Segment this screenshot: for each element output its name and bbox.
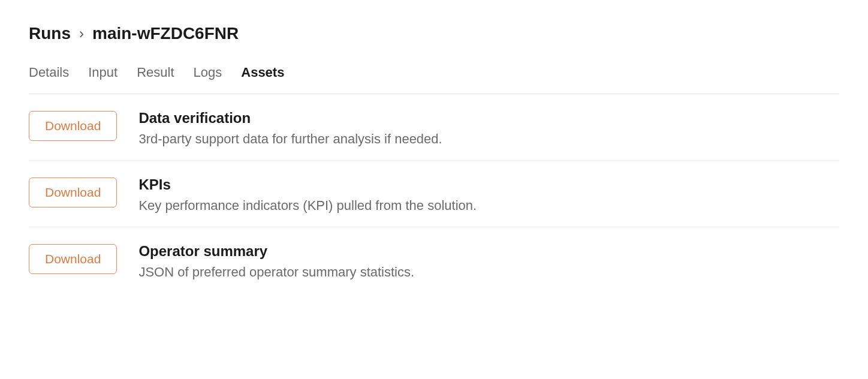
download-button[interactable]: Download	[29, 111, 117, 141]
asset-row: Download KPIs Key performance indicators…	[29, 161, 839, 227]
breadcrumb-root[interactable]: Runs	[29, 24, 71, 43]
tab-result[interactable]: Result	[137, 65, 174, 80]
asset-title: Operator summary	[138, 243, 414, 260]
asset-description: JSON of preferred operator summary stati…	[138, 264, 414, 280]
asset-text: KPIs Key performance indicators (KPI) pu…	[138, 176, 477, 213]
download-button[interactable]: Download	[29, 244, 117, 274]
tab-input[interactable]: Input	[88, 65, 117, 80]
asset-text: Data verification 3rd-party support data…	[138, 110, 442, 147]
breadcrumb-current: main-wFZDC6FNR	[92, 24, 239, 43]
assets-list: Download Data verification 3rd-party sup…	[29, 94, 839, 293]
asset-text: Operator summary JSON of preferred opera…	[138, 243, 414, 280]
download-button[interactable]: Download	[29, 178, 117, 207]
asset-description: Key performance indicators (KPI) pulled …	[138, 198, 477, 213]
tabs: Details Input Result Logs Assets	[29, 65, 839, 94]
breadcrumb: Runs › main-wFZDC6FNR	[29, 24, 839, 43]
tab-details[interactable]: Details	[29, 65, 69, 80]
asset-row: Download Operator summary JSON of prefer…	[29, 227, 839, 293]
asset-title: Data verification	[138, 110, 442, 127]
tab-logs[interactable]: Logs	[194, 65, 222, 80]
chevron-right-icon: ›	[79, 25, 84, 42]
asset-description: 3rd-party support data for further analy…	[138, 131, 442, 147]
asset-row: Download Data verification 3rd-party sup…	[29, 94, 839, 161]
tab-assets[interactable]: Assets	[241, 65, 284, 80]
asset-title: KPIs	[138, 176, 477, 193]
